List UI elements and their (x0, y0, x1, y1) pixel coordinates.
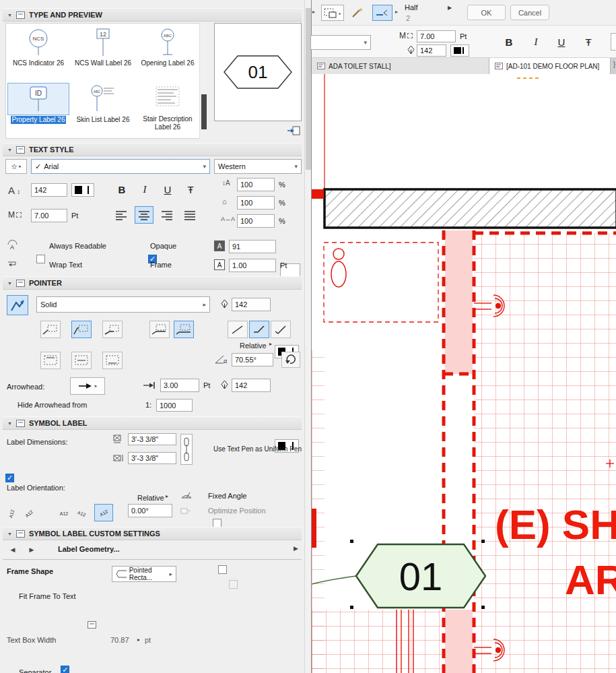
pointer-line-type-select[interactable]: Solid ▸ (36, 296, 210, 313)
toolbar-underline-button[interactable]: U (551, 33, 572, 51)
scale-field[interactable]: 1000 (156, 399, 193, 412)
row-height-field[interactable]: 7.00 (31, 209, 67, 222)
encoding-select[interactable]: Western ▾ (214, 159, 302, 174)
align-center-button[interactable] (135, 206, 153, 224)
always-readable-checkbox[interactable] (36, 255, 45, 263)
pen-weight-menu-icon[interactable]: ▶ (448, 5, 452, 11)
nav-forward-button[interactable]: ▶ (24, 543, 39, 556)
pointer-connect-center-button[interactable] (102, 321, 123, 338)
italic-button[interactable]: I (135, 181, 155, 198)
section-header-symbol-label[interactable]: ▼ SYMBOL LABEL (3, 416, 302, 430)
frame-shape-select[interactable]: Pointed Recta... ▸ (112, 566, 176, 582)
section-header-custom-settings[interactable]: ▼ SYMBOL LABEL CUSTOM SETTINGS (3, 527, 302, 540)
toolbar-bold-button[interactable]: B (499, 33, 519, 51)
toolbar-italic-button[interactable]: I (526, 33, 546, 51)
pen-weight-label[interactable]: Half (405, 3, 418, 11)
link-dimensions-button[interactable] (180, 434, 193, 465)
floor-plan-view[interactable]: (E) SH AR 01 (312, 74, 616, 673)
toolbar-row-height-field[interactable]: 7.00 (417, 30, 456, 42)
toolbar-pen-field[interactable]: 142 (417, 44, 446, 57)
section-header-pointer[interactable]: ▼ POINTER (3, 276, 302, 290)
arrowhead-size-field[interactable]: 3.00 (160, 379, 199, 392)
font-size-field[interactable]: 142 (31, 183, 67, 197)
toolbar-strike-button[interactable]: Ŧ (578, 33, 598, 51)
pointer-underline-short-button[interactable] (149, 321, 170, 338)
pointer-double-bent-button[interactable] (271, 321, 291, 338)
align-right-button[interactable] (158, 206, 176, 224)
align-left-button[interactable] (112, 206, 131, 224)
fit-frame-checkbox[interactable] (61, 666, 69, 673)
list-item[interactable]: 12 NCS Wall Label 26 (72, 26, 134, 67)
toolbar-pen-swatch[interactable] (450, 44, 469, 57)
place-label-tool-button[interactable]: ▸ (321, 5, 344, 21)
text-box-width-value[interactable]: 70.87 (110, 636, 129, 644)
dim-height-field[interactable]: 3'-3 3/8" (128, 452, 176, 464)
text-position-middle-button[interactable] (71, 352, 92, 369)
pick-up-parameters-button[interactable] (372, 5, 392, 21)
list-scrollbar[interactable] (199, 23, 207, 139)
floor-plan-canvas[interactable]: (E) SH AR 01 (312, 74, 616, 673)
rotation-angle-field[interactable]: 0.00° (128, 504, 172, 517)
section-header-type-preview[interactable]: ▼ TYPE AND PREVIEW (3, 8, 302, 22)
pointer-connect-side-button[interactable] (71, 321, 92, 338)
unit-menu-icon[interactable]: ▸ (137, 637, 140, 643)
panel-scrollbar[interactable] (304, 0, 311, 673)
pointer-straight-button[interactable] (228, 321, 248, 338)
tab-demo-floor-plan[interactable]: [AD-101 DEMO FLOOR PLAN] (489, 58, 611, 74)
favorites-button[interactable]: ☆ ▸ (5, 159, 27, 174)
toolbar-overflow-button[interactable] (611, 33, 616, 51)
list-item[interactable]: Stair Description Label 26 (137, 83, 199, 131)
text-position-top-button[interactable] (40, 352, 61, 369)
magic-wand-button[interactable] (348, 5, 367, 21)
cancel-button[interactable]: Cancel (510, 5, 549, 20)
arrowhead-pen-field[interactable]: 142 (232, 379, 271, 392)
list-item[interactable]: ABC Skin List Label 26 (72, 83, 134, 124)
underline-button[interactable]: U (158, 181, 178, 198)
list-item[interactable]: ABC Opening Label 26 (137, 26, 199, 67)
orientation-reverse-icon-button[interactable]: A12 (73, 505, 90, 521)
section-header-text-style[interactable]: ▼ TEXT STYLE (3, 143, 302, 156)
nav-back-button[interactable]: ◀ (5, 543, 20, 556)
slant-angle-field[interactable]: 70.55° (232, 353, 273, 366)
ok-button[interactable]: OK (467, 5, 506, 20)
orientation-diagonal-icon-button[interactable]: A12 (20, 505, 38, 521)
strikethrough-button[interactable]: Ŧ (180, 181, 201, 198)
tool-menu-icon[interactable]: ▸ (395, 9, 398, 15)
relative-menu-icon[interactable]: ▸ (269, 341, 272, 347)
text-position-bottom-button[interactable] (102, 352, 123, 369)
fixed-angle-checkbox[interactable] (218, 565, 227, 574)
style-select[interactable]: ▾ (310, 35, 371, 50)
frame-size-field[interactable]: 1.00 (229, 259, 276, 272)
panel-scrollbar-thumb[interactable] (306, 8, 311, 170)
pointer-bent-button[interactable] (249, 321, 269, 338)
orientation-relative-icon-button[interactable]: A12 (94, 504, 113, 521)
hide-arrowhead-checkbox[interactable] (5, 474, 14, 482)
pointer-underline-full-button[interactable] (174, 321, 194, 338)
pane-handle-icon[interactable]: } (613, 58, 616, 74)
orientation-horizontal-icon-button[interactable]: A12 (55, 505, 73, 521)
list-item[interactable]: NCS NCS Indicator 26 (7, 26, 69, 67)
orientation-menu-icon[interactable]: ▸ (166, 493, 168, 499)
pointer-connect-corner-button[interactable] (40, 321, 61, 338)
transfer-settings-icon-button[interactable] (285, 124, 302, 137)
font-select[interactable]: ✓ Arial ▾ (31, 159, 210, 174)
list-scrollbar-thumb[interactable] (201, 94, 207, 129)
page-menu-icon[interactable]: ▶ (294, 545, 298, 552)
overflow-arrow-icon[interactable]: ▸ (312, 9, 315, 15)
tab-ada-toilet-stall[interactable]: ADA TOILET STALL] (312, 58, 489, 74)
line-spacing-field[interactable]: 100 (237, 178, 275, 191)
bold-button[interactable]: B (112, 181, 132, 198)
orientation-vertical-up-icon-button[interactable]: A12 (3, 505, 20, 521)
label-preview: 01 (214, 23, 302, 121)
dim-width-field[interactable]: 3'-3 3/8" (128, 433, 176, 445)
align-justify-button[interactable] (180, 206, 199, 224)
char-width-field[interactable]: 100 (237, 196, 275, 210)
rotate-icon-button[interactable] (281, 352, 300, 368)
pointer-toggle-button[interactable] (7, 295, 28, 315)
background-pen-field[interactable]: 91 (229, 240, 276, 253)
arrowhead-select[interactable]: ▸ (70, 377, 105, 395)
char-spacing-field[interactable]: 100 (237, 214, 275, 228)
pointer-pen-field[interactable]: 142 (232, 298, 271, 311)
text-pen-swatch[interactable] (71, 183, 94, 197)
list-item-selected[interactable]: ID Property Label 26 (7, 83, 69, 124)
